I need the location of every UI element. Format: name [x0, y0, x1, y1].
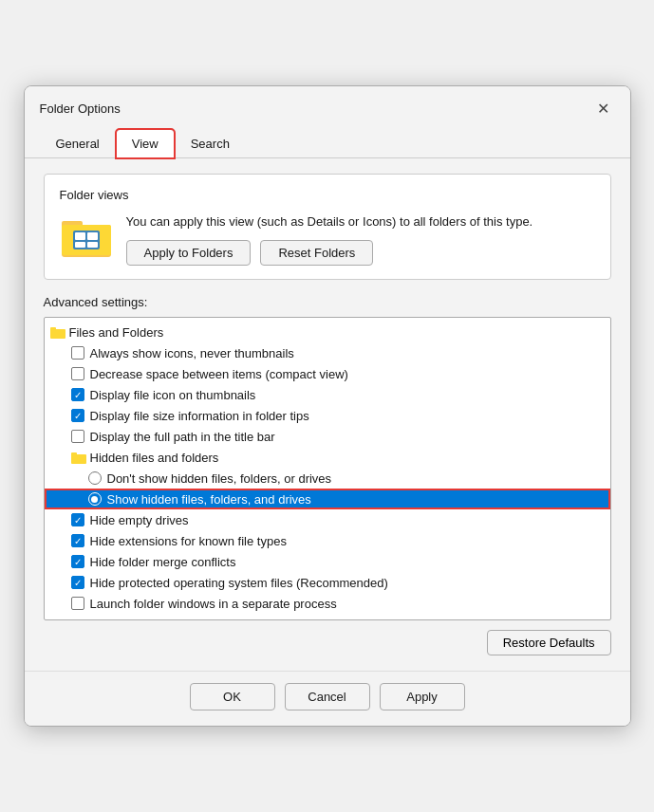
folder-options-dialog: Folder Options ✕ General View Search Fol… — [24, 85, 631, 727]
advanced-settings-section: Advanced settings: Files and Folders Alw… — [44, 295, 611, 655]
folder-views-description: You can apply this view (such as Details… — [126, 213, 595, 231]
checkbox-hide-folder-merge[interactable] — [71, 555, 84, 568]
advanced-settings-tree[interactable]: Files and Folders Always show icons, nev… — [44, 317, 611, 620]
tab-general[interactable]: General — [40, 129, 116, 158]
item-decrease-space: Decrease space between items (compact vi… — [45, 363, 610, 384]
item-show-hidden[interactable]: Show hidden files, folders, and drives — [45, 489, 610, 509]
folder-views-buttons: Apply to Folders Reset Folders — [126, 240, 595, 266]
group-hidden-files: Hidden files and folders — [45, 447, 610, 468]
checkbox-launch-folder-windows[interactable] — [71, 597, 84, 610]
item-dont-show-hidden: Don't show hidden files, folders, or dri… — [45, 468, 610, 489]
svg-rect-7 — [87, 242, 98, 248]
tab-bar: General View Search — [25, 128, 630, 158]
title-bar: Folder Options ✕ — [25, 86, 630, 128]
advanced-settings-label: Advanced settings: — [44, 295, 611, 309]
restore-defaults-row: Restore Defaults — [44, 630, 611, 655]
radio-dont-show-hidden[interactable] — [88, 471, 102, 485]
label-hide-protected-os: Hide protected operating system files (R… — [90, 576, 388, 590]
tab-search[interactable]: Search — [175, 129, 246, 158]
folder-icon-large — [60, 213, 113, 259]
label-always-show-icons: Always show icons, never thumbnails — [90, 346, 294, 360]
folder-views-label: Folder views — [60, 188, 595, 202]
item-display-file-icon: Display file icon on thumbnails — [45, 384, 610, 405]
checkbox-hide-protected-os[interactable] — [71, 576, 84, 589]
tab-view[interactable]: View — [116, 129, 175, 158]
action-buttons-bar: OK Cancel Apply — [25, 671, 630, 726]
label-launch-folder-windows: Launch folder windows in a separate proc… — [90, 597, 337, 611]
item-display-full-path: Display the full path in the title bar — [45, 426, 610, 447]
folder-views-right: You can apply this view (such as Details… — [126, 213, 595, 266]
item-display-file-size: Display file size information in folder … — [45, 405, 610, 426]
folder-views-section: Folder views — [44, 174, 611, 280]
reset-folders-button[interactable]: Reset Folders — [260, 240, 373, 266]
svg-rect-6 — [75, 242, 85, 248]
label-show-hidden: Show hidden files, folders, and drives — [107, 492, 311, 507]
group-files-and-folders: Files and Folders — [45, 322, 610, 342]
item-hide-empty-drives: Hide empty drives — [45, 509, 610, 530]
label-hide-extensions: Hide extensions for known file types — [90, 534, 287, 548]
item-hide-folder-merge: Hide folder merge conflicts — [45, 551, 610, 572]
cancel-button[interactable]: Cancel — [285, 683, 370, 710]
label-display-full-path: Display the full path in the title bar — [90, 430, 275, 444]
label-display-file-size: Display file size information in folder … — [90, 409, 309, 423]
close-button[interactable]: ✕ — [590, 96, 617, 122]
label-hide-empty-drives: Hide empty drives — [90, 513, 189, 527]
svg-rect-5 — [87, 232, 98, 240]
svg-rect-11 — [71, 452, 77, 456]
item-hide-protected-os: Hide protected operating system files (R… — [45, 572, 610, 593]
group-files-and-folders-label: Files and Folders — [69, 325, 164, 340]
item-launch-folder-windows: Launch folder windows in a separate proc… — [45, 593, 610, 614]
apply-button[interactable]: Apply — [380, 683, 465, 710]
dialog-title: Folder Options — [40, 102, 121, 116]
item-hide-extensions: Hide extensions for known file types — [45, 530, 610, 551]
folder-views-inner: You can apply this view (such as Details… — [60, 213, 595, 266]
label-decrease-space: Decrease space between items (compact vi… — [90, 367, 348, 381]
checkbox-hide-extensions[interactable] — [71, 534, 84, 547]
main-content: Folder views — [25, 158, 630, 671]
label-dont-show-hidden: Don't show hidden files, folders, or dri… — [107, 471, 332, 486]
radio-show-hidden[interactable] — [88, 492, 102, 506]
checkbox-hide-empty-drives[interactable] — [71, 513, 84, 526]
ok-button[interactable]: OK — [190, 683, 275, 710]
group-hidden-files-label: Hidden files and folders — [90, 451, 219, 465]
apply-to-folders-button[interactable]: Apply to Folders — [126, 240, 252, 266]
checkbox-display-file-size[interactable] — [71, 409, 84, 422]
restore-defaults-button[interactable]: Restore Defaults — [487, 630, 611, 655]
label-hide-folder-merge: Hide folder merge conflicts — [90, 555, 236, 569]
label-display-file-icon: Display file icon on thumbnails — [90, 388, 256, 402]
checkbox-display-file-icon[interactable] — [71, 388, 84, 401]
checkbox-display-full-path[interactable] — [71, 430, 84, 443]
checkbox-always-show-icons[interactable] — [71, 346, 84, 360]
checkbox-decrease-space[interactable] — [71, 367, 84, 380]
svg-rect-9 — [50, 327, 56, 331]
item-always-show-icons: Always show icons, never thumbnails — [45, 342, 610, 363]
svg-rect-4 — [75, 232, 85, 240]
